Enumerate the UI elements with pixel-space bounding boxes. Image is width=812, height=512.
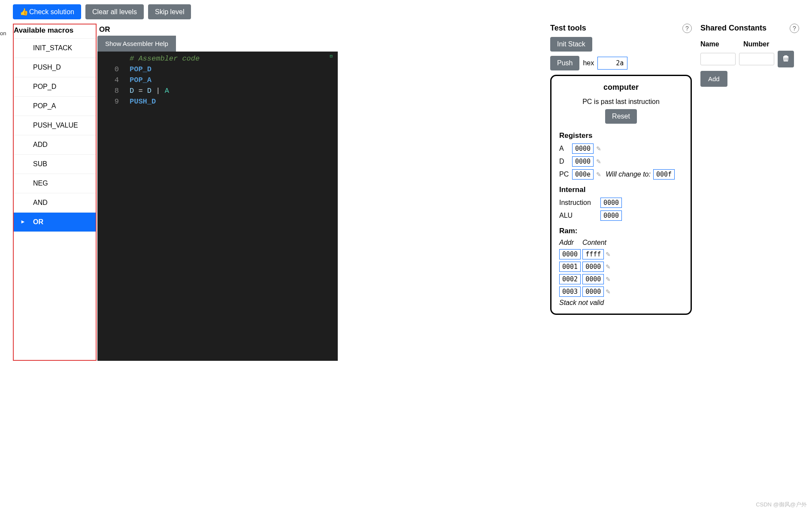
line-number: 4 [97,76,130,84]
internal-label: Instruction [559,199,598,207]
macro-item-pop-a[interactable]: POP_A [14,97,96,116]
ram-addr: 0002 [559,274,581,284]
ram-row: 0002 0000 ✎ [559,274,683,284]
register-row-d: D 0000 ✎ [559,156,683,167]
ram-title: Ram: [559,227,683,235]
pencil-icon[interactable]: ✎ [606,276,611,283]
register-value[interactable]: 000e [572,169,594,180]
ram-content[interactable]: 0000 [582,262,604,272]
pencil-icon[interactable]: ✎ [596,158,601,165]
pencil-icon[interactable]: ✎ [606,251,611,258]
add-constant-button[interactable]: Add [700,71,727,87]
ram-row: 0003 0000 ✎ [559,286,683,297]
editor-line: 0 POP_D [97,64,338,75]
code-keyword: PUSH_D [130,98,338,106]
internal-value: 0000 [600,198,622,208]
macro-list: INIT_STACK PUSH_D POP_D POP_A PUSH_VALUE… [14,38,96,232]
show-assembler-help-button[interactable]: Show Assembler Help [97,36,176,52]
constant-name-input[interactable] [700,53,736,65]
stack-invalid-message: Stack not valid [559,299,683,307]
register-row-pc: PC 000e ✎ Will change to: 000f [559,169,683,180]
test-tools-title: Test tools [550,24,586,37]
line-number: 8 [97,87,130,95]
thumbs-up-icon: 👍 [20,8,28,16]
register-label: A [559,145,570,152]
constants-title: Shared Constants [700,24,767,37]
macros-title: Available macros [14,24,96,38]
editor-line: 8 D = D | A [97,85,338,96]
internal-row-alu: ALU 0000 [559,210,683,221]
code-keyword: POP_D [130,65,338,73]
editor-line: 9 PUSH_D [97,96,338,107]
registers-title: Registers [559,131,683,140]
internal-row-instruction: Instruction 0000 [559,198,683,208]
ram-header-content: Content [582,239,606,247]
init-stack-button[interactable]: Init Stack [550,37,592,52]
page-fragment-text: on [0,30,6,37]
pencil-icon[interactable]: ✎ [606,263,611,270]
register-value[interactable]: 0000 [572,143,594,154]
ram-headers: Addr Content [559,239,683,247]
pencil-icon[interactable]: ✎ [606,288,611,295]
constants-panel: Shared Constants ? Name Number Add [700,24,799,361]
macro-item-and[interactable]: AND [14,193,96,213]
code-expression: D = D | A [130,87,338,95]
push-button[interactable]: Push [550,56,579,70]
test-tools-panel: Test tools ? Init Stack Push hex compute… [550,24,692,361]
macro-item-push-d[interactable]: PUSH_D [14,58,96,77]
register-label: D [559,158,570,165]
register-row-a: A 0000 ✎ [559,143,683,154]
macro-item-init-stack[interactable]: INIT_STACK [14,38,96,58]
trash-icon [783,55,789,62]
constants-headers: Name Number [700,40,799,48]
constant-number-input[interactable] [739,53,774,65]
editor-status-icon: ⊟ [330,53,333,59]
delete-constant-button[interactable] [778,51,794,67]
ram-addr: 0001 [559,262,581,272]
code-editor[interactable]: ⊟ # Assembler code 0 POP_D 4 POP_A 8 D =… [97,52,338,361]
ram-header-addr: Addr [559,239,578,247]
help-icon[interactable]: ? [682,24,692,33]
toolbar: 👍Check solution Clear all levels Skip le… [0,0,812,24]
editor-panel: OR Show Assembler Help ⊟ # Assembler cod… [97,24,533,361]
ram-content[interactable]: ffff [582,249,604,259]
ram-row: 0001 0000 ✎ [559,262,683,272]
name-header: Name [700,40,739,48]
macro-item-pop-d[interactable]: POP_D [14,77,96,97]
reset-button[interactable]: Reset [605,109,637,124]
pc-next-value: 000f [653,169,675,180]
macros-panel: Available macros INIT_STACK PUSH_D POP_D… [13,24,97,361]
hex-input[interactable] [597,57,627,70]
hex-label: hex [583,59,594,67]
internal-value: 0000 [600,210,622,221]
check-solution-button[interactable]: 👍Check solution [13,4,81,19]
pc-status-message: PC is past last instruction [559,98,683,106]
ram-content[interactable]: 0000 [582,286,604,297]
code-keyword: POP_A [130,76,338,84]
pencil-icon[interactable]: ✎ [596,171,601,178]
line-number: 9 [97,98,130,106]
register-label: PC [559,171,570,178]
ram-content[interactable]: 0000 [582,274,604,284]
ram-addr: 0000 [559,249,581,259]
clear-all-button[interactable]: Clear all levels [85,4,144,19]
register-value[interactable]: 0000 [572,156,594,167]
help-icon[interactable]: ? [790,24,799,33]
macro-item-neg[interactable]: NEG [14,174,96,193]
macro-item-push-value[interactable]: PUSH_VALUE [14,116,96,135]
macro-item-or[interactable]: OR [14,213,96,232]
internal-title: Internal [559,186,683,194]
ram-row: 0000 ffff ✎ [559,249,683,259]
pencil-icon[interactable]: ✎ [596,145,601,152]
internal-label: ALU [559,212,598,219]
editor-title: OR [97,24,112,36]
skip-level-button[interactable]: Skip level [148,4,191,19]
line-number: 0 [97,65,130,73]
macro-item-sub[interactable]: SUB [14,155,96,174]
code-comment: # Assembler code [130,55,338,63]
ram-addr: 0003 [559,286,581,297]
editor-line: # Assembler code [97,53,338,64]
macro-item-add[interactable]: ADD [14,135,96,155]
editor-line: 4 POP_A [97,75,338,85]
constant-row [700,51,799,67]
